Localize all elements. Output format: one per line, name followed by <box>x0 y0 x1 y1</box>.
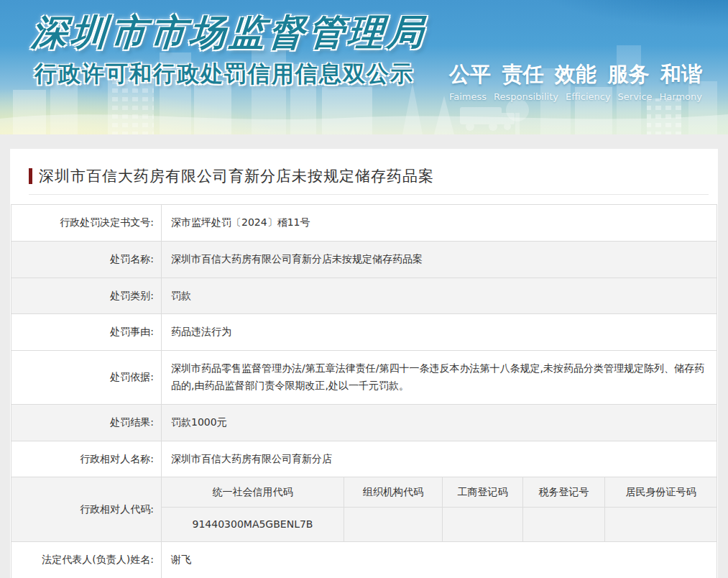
info-table: 行政处罚决定书文号: 深市监坪处罚〔2024〕稽11号 处罚名称: 深圳市百信大… <box>11 204 717 578</box>
slogan-word: 公平 <box>449 60 491 89</box>
subtable-value-cell <box>442 508 522 541</box>
row-label: 处罚结果: <box>11 405 162 441</box>
row-value: 深圳市百信大药房有限公司育新分店未按规定储存药品案 <box>162 242 717 277</box>
case-title-block: 深圳市百信大药房有限公司育新分店未按规定储存药品案 <box>10 149 718 186</box>
slogan-chinese: 公平 责任 效能 服务 和谐 <box>449 60 702 89</box>
table-row: 处罚名称: 深圳市百信大药房有限公司育新分店未按规定储存药品案 <box>11 241 717 277</box>
slogan-word-en: Service <box>618 91 653 102</box>
page: 深圳市市场监督管理局 行政许可和行政处罚信用信息双公示 公平 责任 效能 服务 … <box>0 0 728 578</box>
row-label: 处罚事由: <box>11 314 162 350</box>
title-divider <box>29 194 709 195</box>
subtable-value-cell <box>344 508 442 541</box>
slogan-word: 和谐 <box>660 60 702 89</box>
content-card: 深圳市百信大药房有限公司育新分店未按规定储存药品案 行政处罚决定书文号: 深市监… <box>10 149 718 578</box>
row-value: 深圳市百信大药房有限公司育新分店 <box>162 441 717 477</box>
row-label: 行政相对人代码: <box>11 477 162 541</box>
subtable-value-cell: 91440300MA5GBENL7B <box>162 508 344 541</box>
slogan-word-en: Efficiency <box>566 91 611 102</box>
slogan-word-en: Faimess <box>449 91 487 102</box>
row-label: 处罚名称: <box>11 242 162 277</box>
entity-code-subtable: 统一社会信用代码 组织机构代码 工商登记码 税务登记号 居民身份证号码 9144… <box>162 477 717 541</box>
row-value: 罚款1000元 <box>162 405 717 441</box>
table-row: 处罚类别: 罚款 <box>11 277 717 314</box>
slogan-word: 效能 <box>555 60 596 89</box>
row-value: 谢飞 <box>162 542 717 578</box>
row-value: 深市监坪处罚〔2024〕稽11号 <box>162 205 717 241</box>
table-row: 处罚依据: 深圳市药品零售监督管理办法/第五章法律责任/第四十一条违反本办法第十… <box>11 350 717 404</box>
subtable-header-cell: 统一社会信用代码 <box>162 477 344 508</box>
title-accent-bar <box>29 168 32 184</box>
table-row: 行政处罚决定书文号: 深市监坪处罚〔2024〕稽11号 <box>11 205 717 241</box>
row-label: 处罚依据: <box>11 351 162 404</box>
site-subtitle: 行政许可和行政处罚信用信息双公示 <box>34 59 414 89</box>
table-row-entity-codes: 行政相对人代码: 统一社会信用代码 组织机构代码 工商登记码 税务登记号 居民身… <box>11 477 717 541</box>
subtable-header-cell: 工商登记码 <box>442 477 522 508</box>
row-label: 处罚类别: <box>11 278 162 314</box>
row-label: 法定代表人(负责人)姓名: <box>11 542 162 578</box>
row-value: 药品违法行为 <box>162 314 717 350</box>
site-title: 深圳市市场监督管理局 <box>30 9 429 57</box>
subtable-header-cell: 居民身份证号码 <box>604 477 717 508</box>
table-row: 处罚事由: 药品违法行为 <box>11 313 717 350</box>
row-value: 罚款 <box>162 278 717 314</box>
slogan-english: Faimess Responsibility Efficiency Servic… <box>449 91 702 102</box>
table-row: 行政相对人名称: 深圳市百信大药房有限公司育新分店 <box>11 441 717 477</box>
row-value: 深圳市药品零售监督管理办法/第五章法律责任/第四十一条违反本办法第十八条规定,未… <box>162 351 717 404</box>
subtable-header-cell: 税务登记号 <box>522 477 604 508</box>
slogan-word-en: Harmony <box>660 91 702 102</box>
case-title: 深圳市百信大药房有限公司育新分店未按规定储存药品案 <box>39 166 434 186</box>
subtable-header-cell: 组织机构代码 <box>344 477 442 508</box>
slogan-word: 责任 <box>502 60 544 89</box>
row-label: 行政处罚决定书文号: <box>11 205 162 241</box>
slogan-word-en: Responsibility <box>494 91 558 102</box>
row-label: 行政相对人名称: <box>11 441 162 477</box>
slogan-word: 服务 <box>608 60 650 89</box>
table-row: 法定代表人(负责人)姓名: 谢飞 <box>11 541 717 578</box>
slogan-block: 公平 责任 效能 服务 和谐 Faimess Responsibility Ef… <box>449 60 702 102</box>
table-row: 处罚结果: 罚款1000元 <box>11 404 717 441</box>
row-value: 统一社会信用代码 组织机构代码 工商登记码 税务登记号 居民身份证号码 9144… <box>162 477 717 541</box>
subtable-value-cell <box>604 508 717 541</box>
header-banner: 深圳市市场监督管理局 行政许可和行政处罚信用信息双公示 公平 责任 效能 服务 … <box>0 0 728 134</box>
subtable-value-cell <box>522 508 604 541</box>
